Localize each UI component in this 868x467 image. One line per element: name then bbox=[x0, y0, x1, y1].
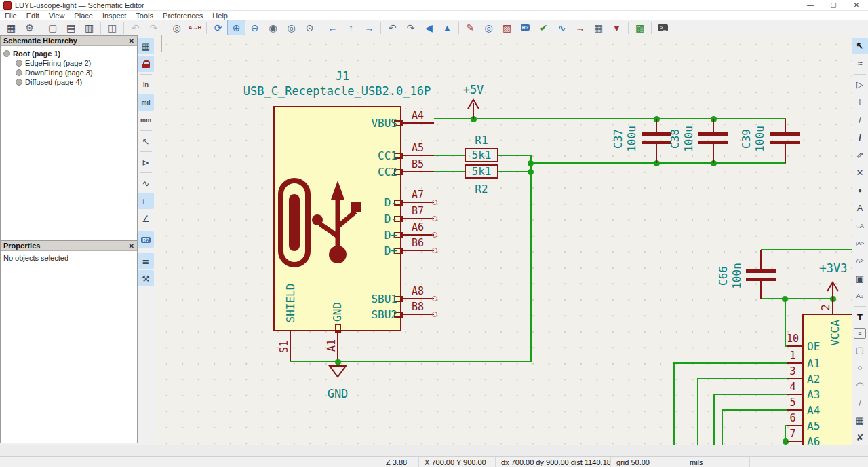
hierarchy-panel-header[interactable]: Schematic Hierarchy ✕ bbox=[1, 36, 137, 46]
wire-hv-angle-icon[interactable]: ∟ bbox=[138, 193, 154, 209]
wire-c66-top[interactable] bbox=[761, 249, 852, 250]
rotate-ccw-icon[interactable]: ↶ bbox=[383, 20, 401, 35]
wire-45-angle-icon[interactable]: ∠ bbox=[138, 210, 154, 227]
new-sheet-icon[interactable]: ▢ bbox=[43, 20, 62, 35]
p3v3-label[interactable]: +3V3 bbox=[806, 261, 852, 275]
c37-reference[interactable]: C37 bbox=[612, 119, 625, 160]
c39-reference[interactable]: C39 bbox=[740, 119, 753, 160]
nav-up-icon[interactable]: ↑ bbox=[342, 20, 360, 35]
units-mils-icon[interactable]: mil bbox=[138, 94, 154, 111]
zoom-selection-icon[interactable]: ⊙ bbox=[300, 20, 319, 35]
units-inches-icon[interactable]: in bbox=[138, 77, 154, 93]
c39-plate[interactable] bbox=[770, 132, 800, 136]
wire-a1[interactable] bbox=[673, 362, 787, 364]
pin-line[interactable] bbox=[401, 234, 434, 236]
pin-line[interactable] bbox=[401, 218, 434, 219]
c38-plate[interactable] bbox=[698, 132, 728, 136]
draw-wire-icon[interactable]: / bbox=[852, 112, 868, 128]
export-bom-icon[interactable]: ▼ bbox=[608, 20, 626, 35]
wire-r1-out[interactable] bbox=[498, 155, 530, 156]
c37-plate[interactable] bbox=[642, 132, 671, 136]
zoom-in-icon[interactable]: ⊕ bbox=[227, 20, 245, 35]
wire-c66-bottom[interactable] bbox=[761, 298, 834, 299]
r2-value[interactable]: 5k1 bbox=[472, 165, 492, 178]
r1-reference[interactable]: R1 bbox=[458, 134, 505, 147]
plot-icon[interactable]: ▥ bbox=[80, 20, 98, 35]
wire-a3[interactable] bbox=[713, 394, 787, 395]
grid-visibility-icon[interactable]: ▦ bbox=[138, 38, 154, 54]
edit-sheet-icon[interactable]: ▨ bbox=[498, 20, 516, 35]
text-icon[interactable]: T bbox=[852, 309, 868, 325]
annotate-icon[interactable]: R? bbox=[516, 20, 534, 35]
hierarchy-item-root[interactable]: Root (page 1) bbox=[3, 50, 134, 58]
show-properties-icon[interactable]: ⚒ bbox=[138, 270, 154, 286]
mirror-v-icon[interactable]: ▲ bbox=[438, 20, 456, 35]
wire-a2-vertical[interactable] bbox=[697, 378, 698, 445]
wire-a3-vertical[interactable] bbox=[713, 394, 715, 445]
wire-gnd[interactable] bbox=[290, 361, 532, 362]
canvas-scroll-strip[interactable] bbox=[0, 445, 868, 457]
c37-lead[interactable] bbox=[656, 119, 657, 132]
pin-line[interactable] bbox=[401, 122, 434, 124]
r2-body[interactable]: 5k1 bbox=[465, 164, 498, 179]
c66-value[interactable]: 100n bbox=[730, 256, 743, 297]
bom-table-icon[interactable]: ▦ bbox=[589, 20, 608, 35]
rotate-cw-icon[interactable]: ↷ bbox=[401, 20, 420, 35]
pin-line[interactable] bbox=[787, 345, 802, 347]
pin-line[interactable] bbox=[787, 394, 802, 395]
print-icon[interactable]: ▤ bbox=[62, 20, 80, 35]
hierarchy-item-downfiring[interactable]: DownFiring (page 3) bbox=[16, 69, 134, 77]
image-icon[interactable]: ▦ bbox=[852, 412, 868, 428]
c66-lead[interactable] bbox=[760, 250, 762, 269]
delete-tool-icon[interactable]: ✘ bbox=[852, 430, 868, 446]
place-power-port-icon[interactable]: ⊥ bbox=[852, 94, 868, 111]
wire-cc2[interactable] bbox=[434, 171, 465, 172]
close-button[interactable]: ✕ bbox=[845, 0, 868, 10]
sheet-settings-icon[interactable]: ⚙ bbox=[20, 20, 39, 35]
erc-check-icon[interactable]: ✔ bbox=[534, 20, 553, 35]
pin-line[interactable] bbox=[787, 441, 802, 442]
properties-panel-header[interactable]: Properties ✕ bbox=[1, 241, 137, 251]
c37-value[interactable]: 100u bbox=[625, 119, 638, 160]
no-connect-icon[interactable]: ✕ bbox=[852, 165, 868, 181]
c38-reference[interactable]: C38 bbox=[669, 119, 682, 160]
pin-line[interactable] bbox=[401, 314, 434, 315]
menu-file[interactable]: File bbox=[0, 12, 22, 20]
pin-line[interactable] bbox=[787, 378, 802, 379]
c39-value[interactable]: 100u bbox=[753, 119, 766, 160]
menu-preferences[interactable]: Preferences bbox=[158, 12, 208, 20]
minimize-button[interactable]: — bbox=[799, 0, 822, 10]
hierarchy-item-diffused[interactable]: Diffused (page 4) bbox=[16, 78, 134, 86]
wire-a4[interactable] bbox=[722, 409, 787, 411]
j1-reference[interactable]: J1 bbox=[315, 69, 370, 83]
update-pcb-icon[interactable]: → bbox=[571, 20, 589, 35]
grid-lock-icon[interactable] bbox=[138, 56, 154, 72]
c39-lead[interactable] bbox=[785, 119, 786, 132]
hierarchical-label-icon[interactable]: A> bbox=[852, 253, 868, 269]
pin-line[interactable] bbox=[787, 425, 802, 426]
circle-icon[interactable]: ○ bbox=[852, 359, 868, 375]
mirror-h-icon[interactable]: ◀ bbox=[420, 20, 438, 35]
nav-forward-icon[interactable]: → bbox=[360, 20, 378, 35]
open-pcb-editor-icon[interactable]: ▩ bbox=[631, 20, 649, 35]
find-icon[interactable]: ◎ bbox=[167, 20, 186, 35]
import-sheet-pin-icon[interactable]: A↓ bbox=[852, 288, 868, 304]
gnd-symbol-icon[interactable] bbox=[328, 364, 348, 379]
search-symbols-icon[interactable]: ◎ bbox=[479, 20, 498, 35]
wire-a1-vertical[interactable] bbox=[673, 362, 675, 445]
select-cursor-icon[interactable]: ↖ bbox=[852, 38, 868, 54]
wire-a4-vertical[interactable] bbox=[722, 409, 723, 445]
directive-label-icon[interactable]: ◌A bbox=[852, 218, 868, 234]
console-icon[interactable]: >_ bbox=[654, 20, 672, 35]
save-icon[interactable]: ▦ bbox=[2, 20, 20, 35]
menu-view[interactable]: View bbox=[44, 12, 70, 20]
wire-vbus[interactable] bbox=[434, 118, 786, 119]
global-label-icon[interactable]: [A> bbox=[852, 235, 868, 251]
zoom-objects-icon[interactable]: ◎ bbox=[282, 20, 300, 35]
menu-help[interactable]: Help bbox=[208, 12, 233, 20]
wire-a2[interactable] bbox=[697, 378, 787, 379]
highlight-net-icon[interactable]: ≈ bbox=[852, 56, 868, 72]
refresh-icon[interactable]: ⟳ bbox=[209, 20, 227, 35]
find-replace-icon[interactable]: A→B bbox=[186, 20, 204, 35]
text-box-icon[interactable]: ≡ bbox=[854, 328, 866, 339]
